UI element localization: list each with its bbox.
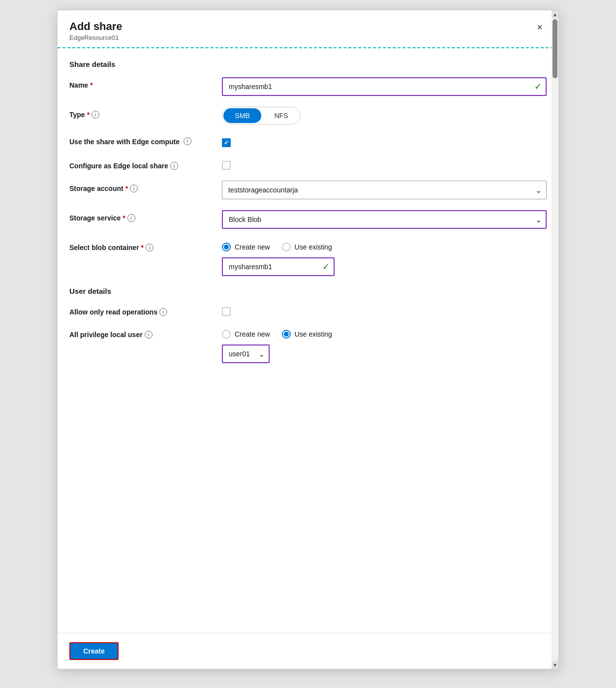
read-only-control xyxy=(222,304,547,316)
name-required-star: * xyxy=(90,81,92,89)
blob-container-row: Select blob container * i Create new Use… xyxy=(69,240,547,276)
scrollbar-down-arrow[interactable]: ▼ xyxy=(552,661,558,669)
storage-service-select-wrapper: Block Blob ⌄ xyxy=(222,210,547,229)
add-share-dialog: Add share EdgeResource01 × Share details… xyxy=(57,10,559,669)
storage-account-required-star: * xyxy=(125,185,128,192)
blob-container-use-existing-option[interactable]: Use existing xyxy=(282,243,332,251)
type-toggle-group: SMB NFS xyxy=(222,107,301,125)
dialog-body: Share details Name * ✓ Type * i xyxy=(58,48,558,633)
type-control: SMB NFS xyxy=(222,107,547,125)
blob-container-required-star: * xyxy=(141,244,144,251)
blob-container-input-area: ✓ xyxy=(222,257,335,276)
blob-container-create-new-radio[interactable] xyxy=(222,243,231,251)
type-smb-option[interactable]: SMB xyxy=(223,108,261,123)
storage-service-info-icon[interactable]: i xyxy=(127,214,135,222)
local-user-row: All privilege local user i Create new Us… xyxy=(69,327,547,363)
storage-service-row: Storage service * i Block Blob ⌄ xyxy=(69,210,547,229)
name-input-wrapper: ✓ xyxy=(222,77,547,96)
blob-container-radio-area: Create new Use existing xyxy=(222,240,332,251)
blob-container-top: Select blob container * i Create new Use… xyxy=(69,240,332,251)
user-details-section: User details Allow only read operations … xyxy=(69,287,547,363)
blob-container-label: Select blob container * i xyxy=(69,240,222,251)
close-button[interactable]: × xyxy=(533,20,547,34)
edge-local-share-label: Configure as Edge local share i xyxy=(69,158,222,170)
blob-container-use-existing-radio[interactable] xyxy=(282,243,291,251)
dialog-header: Add share EdgeResource01 × xyxy=(58,10,558,48)
edge-local-share-info-icon[interactable]: i xyxy=(170,162,178,170)
storage-service-select[interactable]: Block Blob xyxy=(222,210,547,229)
storage-service-label: Storage service * i xyxy=(69,210,222,222)
dialog-title: Add share xyxy=(69,20,123,33)
local-user-label-spacer xyxy=(69,339,222,363)
read-only-row: Allow only read operations i xyxy=(69,304,547,316)
storage-service-required-star: * xyxy=(123,214,125,222)
edge-local-share-control xyxy=(222,158,547,170)
type-info-icon[interactable]: i xyxy=(92,111,99,119)
local-user-input-row: user01 ⌄ xyxy=(69,339,270,363)
create-button[interactable]: Create xyxy=(69,642,119,660)
user-details-section-title: User details xyxy=(69,287,547,295)
local-user-create-new-option[interactable]: Create new xyxy=(222,330,270,339)
edge-compute-row: Use the share with Edge compute i xyxy=(69,135,547,147)
blob-container-check-icon: ✓ xyxy=(322,261,330,272)
type-row: Type * i SMB NFS xyxy=(69,107,547,125)
name-label: Name * xyxy=(69,77,222,89)
scrollbar-up-arrow[interactable]: ▲ xyxy=(552,10,558,18)
blob-container-radio-group: Create new Use existing xyxy=(222,240,332,251)
storage-account-select[interactable]: teststorageaccountarja xyxy=(222,181,547,199)
type-required-star: * xyxy=(87,111,90,119)
storage-account-label: Storage account * i xyxy=(69,181,222,192)
type-nfs-option[interactable]: NFS xyxy=(262,107,300,124)
local-user-use-existing-option[interactable]: Use existing xyxy=(282,330,332,339)
local-user-radio-area: Create new Use existing xyxy=(222,327,332,339)
local-user-label: All privilege local user i xyxy=(69,327,222,339)
storage-service-control: Block Blob ⌄ xyxy=(222,210,547,229)
local-user-select-wrapper: user01 ⌄ xyxy=(222,344,270,363)
blob-container-input-wrapper: ✓ xyxy=(222,257,335,276)
blob-container-label-spacer xyxy=(69,251,222,276)
header-text: Add share EdgeResource01 xyxy=(69,20,123,41)
storage-account-control: teststorageaccountarja ⌄ xyxy=(222,181,547,199)
edge-compute-info-icon[interactable]: i xyxy=(184,137,191,145)
name-input[interactable] xyxy=(222,77,547,96)
local-user-top: All privilege local user i Create new Us… xyxy=(69,327,332,339)
edge-compute-label: Use the share with Edge compute i xyxy=(69,135,222,147)
dialog-footer: Create xyxy=(58,633,558,669)
scrollbar-thumb[interactable] xyxy=(553,19,557,78)
edge-local-share-checkbox[interactable] xyxy=(222,161,231,170)
storage-account-select-wrapper: teststorageaccountarja ⌄ xyxy=(222,181,547,199)
storage-account-row: Storage account * i teststorageaccountar… xyxy=(69,181,547,199)
dialog-subtitle: EdgeResource01 xyxy=(69,34,123,41)
storage-account-info-icon[interactable]: i xyxy=(130,185,138,192)
share-details-section-title: Share details xyxy=(69,60,547,68)
type-label: Type * i xyxy=(69,107,222,119)
blob-container-input-row: ✓ xyxy=(69,251,335,276)
local-user-input-area: user01 ⌄ xyxy=(222,344,270,363)
local-user-select[interactable]: user01 xyxy=(222,344,270,363)
scrollbar-track: ▲ ▼ xyxy=(552,10,558,669)
read-only-checkbox-wrapper xyxy=(222,304,547,316)
name-row: Name * ✓ xyxy=(69,77,547,96)
blob-container-create-new-option[interactable]: Create new xyxy=(222,243,270,251)
edge-compute-checkbox[interactable] xyxy=(222,138,231,147)
local-user-info-icon[interactable]: i xyxy=(145,331,153,339)
edge-local-share-row: Configure as Edge local share i xyxy=(69,158,547,170)
blob-container-input[interactable] xyxy=(222,257,335,276)
local-user-use-existing-radio[interactable] xyxy=(282,330,291,339)
edge-compute-checkbox-wrapper xyxy=(222,135,547,147)
read-only-checkbox[interactable] xyxy=(222,307,231,316)
name-check-icon: ✓ xyxy=(534,81,542,92)
local-user-create-new-radio[interactable] xyxy=(222,330,231,339)
local-user-radio-group: Create new Use existing xyxy=(222,327,332,339)
name-control: ✓ xyxy=(222,77,547,96)
edge-local-share-checkbox-wrapper xyxy=(222,158,547,170)
edge-compute-control xyxy=(222,135,547,147)
blob-container-info-icon[interactable]: i xyxy=(146,244,154,251)
read-only-label: Allow only read operations i xyxy=(69,304,222,316)
read-only-info-icon[interactable]: i xyxy=(159,308,167,316)
